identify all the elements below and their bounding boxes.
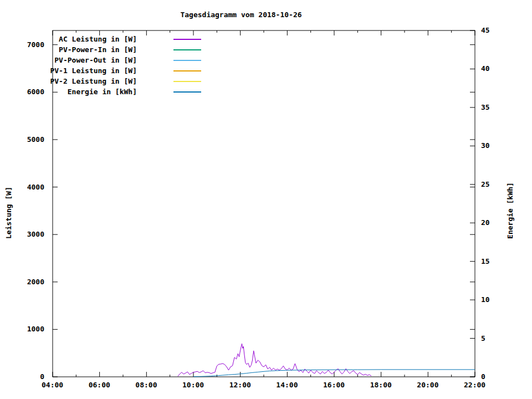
x-tick-label: 16:00 [323,381,345,389]
y2-tick-label: 10 [481,296,490,304]
y-tick-label: 4000 [6,183,44,191]
x-tick-label: 10:00 [182,381,204,389]
legend-line-sample [173,91,201,93]
y-tick-label: 0 [6,373,44,381]
legend-label: PV-Power-In in [W] [4,46,137,54]
y2-tick-label: 30 [481,142,490,150]
y-tick-label: 3000 [6,231,44,238]
legend-line-sample [173,39,201,40]
y-tick-label: 2000 [6,278,44,286]
x-tick-label: 06:00 [89,381,110,389]
x-tick-label: 22:00 [464,381,485,389]
y2-tick-label: 0 [481,373,485,381]
y-tick-label: 5000 [6,136,44,144]
series-line-ac-leistung-in-w [178,344,371,376]
y2-tick-label: 40 [481,65,490,73]
y2-tick-label: 25 [481,181,490,188]
x-tick-label: 14:00 [276,381,298,389]
legend-label: AC Leistung in [W] [4,35,137,43]
y2-tick-label: 20 [481,219,490,227]
x-tick-label: 08:00 [135,381,157,389]
chart-canvas: Tagesdiagramm vom 2018-10-26 Leistung [W… [0,0,532,399]
legend-line-sample [173,81,201,82]
x-tick-label: 04:00 [42,381,63,389]
legend-label: Energie in [kWh] [4,88,137,96]
y-tick-label: 1000 [6,325,44,333]
y2-tick-label: 35 [481,104,490,111]
legend-label: PV-2 Leistung in [W] [4,78,137,85]
legend-label: PV-Power-Out in [W] [4,57,137,64]
x-tick-label: 12:00 [229,381,251,389]
y2-tick-label: 45 [481,27,490,34]
y2-tick-label: 5 [481,335,485,342]
legend-line-sample [173,70,201,71]
y2-tick-label: 15 [481,258,490,265]
legend-label: PV-1 Leistung in [W] [4,67,137,75]
x-tick-label: 20:00 [417,381,438,389]
legend-line-sample [173,49,201,50]
legend-line-sample [173,60,201,61]
x-tick-label: 18:00 [370,381,392,389]
